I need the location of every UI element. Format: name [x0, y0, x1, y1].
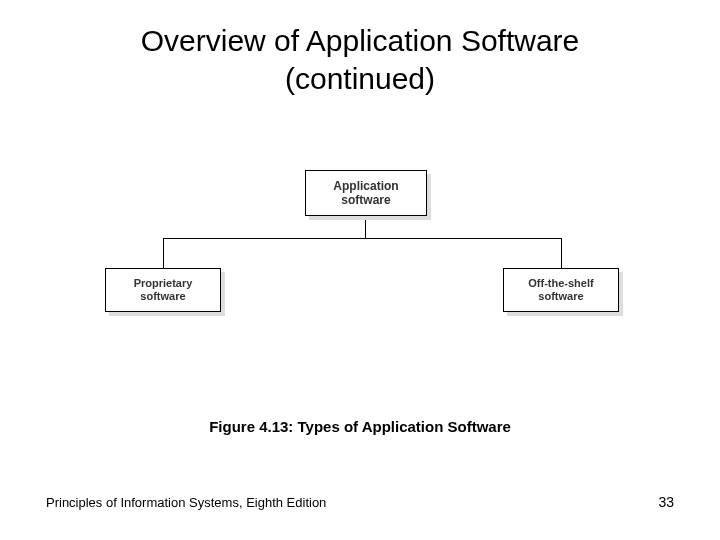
slide-title: Overview of Application Software (contin…	[0, 22, 720, 97]
node-label-line: Application	[333, 179, 398, 193]
footer-text: Principles of Information Systems, Eight…	[46, 495, 326, 510]
figure-caption: Figure 4.13: Types of Application Softwa…	[0, 418, 720, 435]
connector-line	[163, 238, 164, 268]
node-label-line: Proprietary	[134, 277, 193, 289]
node-label-line: software	[140, 290, 185, 302]
box-frame: Application software	[305, 170, 427, 216]
node-label-line: software	[341, 193, 390, 207]
node-label-line: Off-the-shelf	[528, 277, 593, 289]
node-label: Off-the-shelf software	[528, 277, 593, 303]
node-label: Proprietary software	[134, 277, 193, 303]
title-line-1: Overview of Application Software	[141, 24, 580, 57]
node-label-line: software	[538, 290, 583, 302]
box-frame: Off-the-shelf software	[503, 268, 619, 312]
node-label: Application software	[333, 179, 398, 208]
diagram: Application software Proprietary softwar…	[105, 170, 625, 320]
slide: Overview of Application Software (contin…	[0, 0, 720, 540]
box-frame: Proprietary software	[105, 268, 221, 312]
connector-line	[561, 238, 562, 268]
connector-line	[163, 238, 561, 239]
title-line-2: (continued)	[285, 62, 435, 95]
page-number: 33	[658, 494, 674, 510]
